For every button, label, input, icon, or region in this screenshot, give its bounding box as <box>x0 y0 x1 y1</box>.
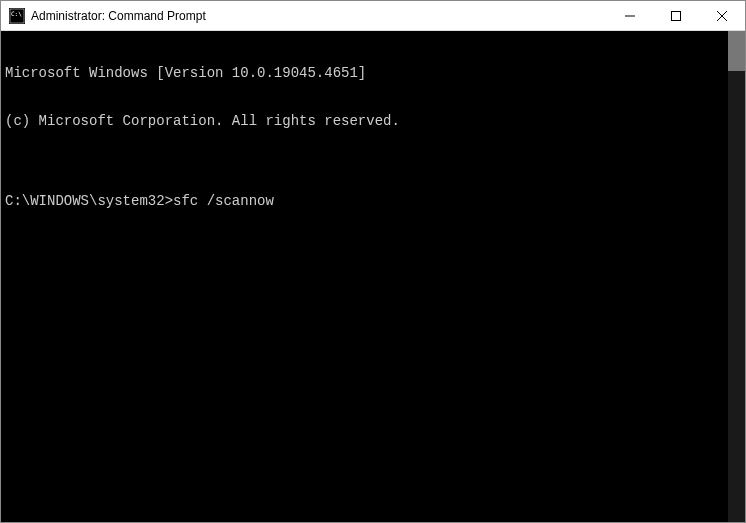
close-button[interactable] <box>699 1 745 30</box>
terminal-line: (c) Microsoft Corporation. All rights re… <box>5 113 724 129</box>
terminal-command: sfc /scannow <box>173 193 274 209</box>
terminal-output[interactable]: Microsoft Windows [Version 10.0.19045.46… <box>1 31 728 522</box>
maximize-button[interactable] <box>653 1 699 30</box>
vertical-scrollbar[interactable] <box>728 31 745 522</box>
command-prompt-icon: C:\ <box>9 8 25 24</box>
scrollbar-thumb[interactable] <box>728 31 745 71</box>
terminal-prompt-line: C:\WINDOWS\system32>sfc /scannow <box>5 193 724 209</box>
window-controls <box>607 1 745 30</box>
svg-rect-4 <box>672 11 681 20</box>
terminal-prompt: C:\WINDOWS\system32> <box>5 193 173 209</box>
minimize-button[interactable] <box>607 1 653 30</box>
terminal-container: Microsoft Windows [Version 10.0.19045.46… <box>1 31 745 522</box>
terminal-line: Microsoft Windows [Version 10.0.19045.46… <box>5 65 724 81</box>
command-prompt-window: C:\ Administrator: Command Prompt <box>0 0 746 523</box>
svg-text:C:\: C:\ <box>11 10 22 17</box>
titlebar[interactable]: C:\ Administrator: Command Prompt <box>1 1 745 31</box>
window-title: Administrator: Command Prompt <box>31 9 607 23</box>
